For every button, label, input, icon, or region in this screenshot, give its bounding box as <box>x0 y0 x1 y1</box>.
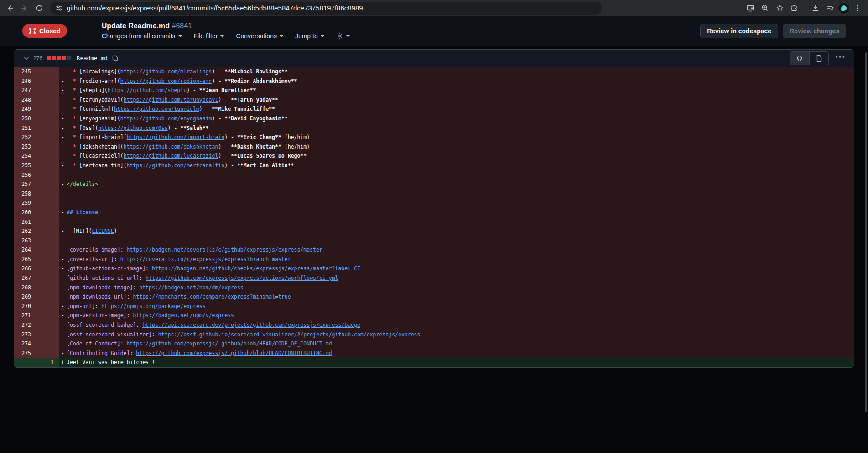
diff-deletion-row[interactable]: 256- <box>14 170 854 180</box>
browser-menu-icon[interactable] <box>851 1 864 15</box>
source-view-button[interactable] <box>790 52 809 65</box>
diff-deletion-row[interactable]: 255- * [mertcanaltin](https://github.com… <box>14 161 854 170</box>
diff-deletion-row[interactable]: 254- * [lucasraziel](https://github.com/… <box>14 151 854 161</box>
extensions-icon[interactable] <box>787 1 801 15</box>
old-line-number: 249 <box>14 104 36 114</box>
diffstat-deleted-block <box>62 56 66 60</box>
diff-deletion-row[interactable]: 252- * [import-brain](https://github.com… <box>14 133 854 142</box>
reload-icon[interactable] <box>33 2 46 15</box>
bookmark-star-icon[interactable] <box>773 1 786 15</box>
new-line-number <box>36 339 59 349</box>
file-options-kebab-icon[interactable]: ••• <box>833 53 849 64</box>
page-scrollbar[interactable] <box>865 52 867 412</box>
diff-deletion-row[interactable]: 259- <box>14 198 854 208</box>
diff-deletion-row[interactable]: 275-[Contributing Guide]: https://github… <box>14 349 854 358</box>
code-line: </details> <box>67 180 854 189</box>
diff-deletion-row[interactable]: 251- * [0ss](https://github.com/0ss) - *… <box>14 124 854 133</box>
diff-deletion-row[interactable]: 271-[npm-version-image]: https://badgen.… <box>14 311 854 320</box>
conversations-dropdown[interactable]: Conversations <box>236 32 283 40</box>
back-icon[interactable] <box>4 2 16 15</box>
code-line: [npm-downloads-image]: https://badgen.ne… <box>67 283 854 293</box>
diff-marker: - <box>59 161 67 170</box>
code-line <box>67 217 854 227</box>
zoom-icon[interactable] <box>758 1 772 15</box>
old-line-number: 267 <box>14 273 36 283</box>
old-line-number: 260 <box>14 208 36 217</box>
diff-body: 245- * [mlrawlings](https://github.com/m… <box>14 67 854 367</box>
diffstat-blocks <box>47 56 71 60</box>
old-line-number: 254 <box>14 151 36 161</box>
old-line-number: 269 <box>14 292 36 302</box>
old-line-number: 265 <box>14 255 36 264</box>
diff-marker: - <box>59 226 67 236</box>
forward-icon[interactable] <box>18 2 31 15</box>
diffstat-deleted-block <box>57 56 61 60</box>
chevron-down-icon <box>321 35 324 37</box>
code-line: [github-actions-ci-url]: https://github.… <box>67 273 854 283</box>
diff-deletion-row[interactable]: 268-[npm-downloads-image]: https://badge… <box>14 283 854 293</box>
diff-deletion-row[interactable]: 248- * [tarunyadav1](https://github.com/… <box>14 95 854 105</box>
old-line-number: 257 <box>14 180 36 189</box>
collapse-file-chevron-icon[interactable] <box>23 55 30 62</box>
diff-deletion-row[interactable]: 250- * [enyoghasim](https://github.com/e… <box>14 114 854 124</box>
new-line-number <box>36 320 59 330</box>
old-line-number: 258 <box>14 189 36 199</box>
diff-settings-dropdown[interactable] <box>336 32 350 40</box>
old-line-number: 262 <box>14 226 36 236</box>
new-line-number <box>36 349 59 358</box>
old-line-number: 245 <box>14 67 36 77</box>
diff-deletion-row[interactable]: 267-[github-actions-ci-url]: https://git… <box>14 273 854 283</box>
diff-addition-row[interactable]: 1+Jeet Vani was here bitches ! <box>14 358 854 367</box>
old-line-number: 270 <box>14 302 36 311</box>
diff-deletion-row[interactable]: 249- * [tunniclm](https://github.com/tun… <box>14 104 854 114</box>
code-line: [coveralls-url]: https://coveralls.io/r/… <box>67 255 854 264</box>
pr-header: Closed Update Readme.md #6841 Changes fr… <box>0 16 868 46</box>
diff-marker: - <box>59 86 67 95</box>
new-line-number: 1 <box>36 358 59 367</box>
new-line-number <box>36 95 59 105</box>
diff-marker: - <box>59 77 67 86</box>
jump-to-dropdown[interactable]: Jump to <box>295 32 324 40</box>
diff-deletion-row[interactable]: 253- * [dakshkhetan](https://github.com/… <box>14 142 854 152</box>
changes-from-commits-dropdown[interactable]: Changes from all commits <box>102 32 182 40</box>
diff-marker: - <box>59 208 67 217</box>
diff-deletion-row[interactable]: 263- <box>14 236 854 246</box>
code-line: [Code of Conduct]: https://github.com/ex… <box>67 339 854 349</box>
code-line: * [sheplu](https://github.com/sheplu) - … <box>67 86 854 95</box>
diff-deletion-row[interactable]: 274-[Code of Conduct]: https://github.co… <box>14 339 854 349</box>
diff-deletion-row[interactable]: 265-[coveralls-url]: https://coveralls.i… <box>14 255 854 264</box>
diff-deletion-row[interactable]: 257-</details> <box>14 180 854 189</box>
file-filter-dropdown[interactable]: File filter <box>194 32 224 40</box>
diff-deletion-row[interactable]: 272-[ossf-scorecard-badge]: https://api.… <box>14 320 854 330</box>
diff-deletion-row[interactable]: 246- * [rodion-arr](https://github.com/r… <box>14 77 854 86</box>
diff-deletion-row[interactable]: 266-[github-actions-ci-image]: https://b… <box>14 264 854 273</box>
downloads-icon[interactable] <box>809 1 822 15</box>
diff-deletion-row[interactable]: 273-[ossf-scorecard-visualizer]: https:/… <box>14 330 854 340</box>
diff-deletion-row[interactable]: 245- * [mlrawlings](https://github.com/m… <box>14 67 854 77</box>
diff-deletion-row[interactable]: 247- * [sheplu](https://github.com/shepl… <box>14 86 854 95</box>
new-line-number <box>36 124 59 133</box>
diff-marker: - <box>59 124 67 133</box>
code-line: [ossf-scorecard-badge]: https://api.scor… <box>67 320 854 330</box>
new-line-number <box>36 226 59 236</box>
new-line-number <box>36 245 59 255</box>
old-line-number: 253 <box>14 142 36 152</box>
media-controls-icon[interactable] <box>823 1 837 15</box>
rich-diff-button[interactable] <box>809 52 828 65</box>
diff-deletion-row[interactable]: 258- <box>14 189 854 199</box>
new-line-number <box>36 198 59 208</box>
profile-avatar[interactable] <box>838 2 850 14</box>
code-line: * [lucasraziel](https://github.com/lucas… <box>67 151 854 161</box>
diff-deletion-row[interactable]: 262- [MIT](LICENSE) <box>14 226 854 236</box>
diff-deletion-row[interactable]: 269-[npm-downloads-url]: https://npmchar… <box>14 292 854 302</box>
diff-deletion-row[interactable]: 264-[coveralls-image]: https://badgen.ne… <box>14 245 854 255</box>
url-bar[interactable]: github.com/expressjs/express/pull/6841/c… <box>50 2 602 15</box>
diff-deletion-row[interactable]: 261- <box>14 217 854 227</box>
install-app-icon[interactable] <box>743 1 757 15</box>
diff-deletion-row[interactable]: 260-## License <box>14 208 854 217</box>
copy-file-path-icon[interactable] <box>112 55 119 62</box>
site-settings-icon[interactable] <box>56 5 63 12</box>
review-in-codespace-button[interactable]: Review in codespace <box>700 24 778 38</box>
new-line-number <box>36 311 59 320</box>
diff-deletion-row[interactable]: 270-[npm-url]: https://npmjs.org/package… <box>14 302 854 311</box>
